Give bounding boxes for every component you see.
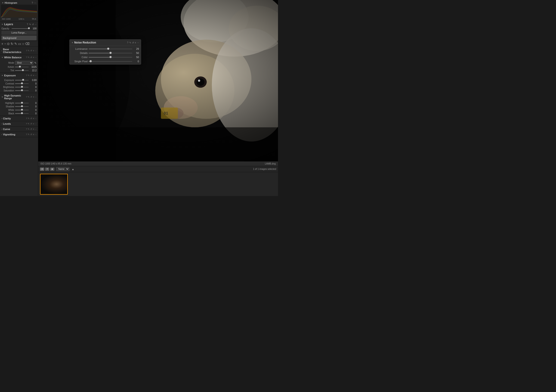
- highlight-track[interactable]: [15, 103, 29, 103]
- levels-icons: ? ✎ ↺ ≡ ···: [26, 123, 37, 125]
- white-balance-header[interactable]: ▼ White Balance ? ✎ ↺ ≡ ···: [0, 55, 38, 60]
- levels-more-icon[interactable]: ···: [35, 123, 37, 125]
- clarity-edit-icon[interactable]: ✎: [28, 117, 30, 120]
- add-layer-icon[interactable]: +: [1, 42, 3, 46]
- brush-layer-icon[interactable]: ✎: [14, 42, 17, 46]
- black-track[interactable]: [15, 113, 29, 114]
- exp-q-icon[interactable]: ?: [26, 74, 27, 77]
- exp-more-icon[interactable]: ···: [35, 74, 37, 77]
- wb-more-icon[interactable]: ···: [35, 56, 37, 59]
- hdr-list-icon[interactable]: ≡: [33, 96, 34, 98]
- kelvin-track[interactable]: [15, 67, 29, 67]
- tint-track[interactable]: [15, 70, 29, 71]
- hdr-q-icon[interactable]: ?: [26, 96, 27, 98]
- wb-pick-icon[interactable]: ✎: [34, 61, 37, 64]
- base-characteristics-header[interactable]: › Base Characteristics ? ✎ ↺ ≡ ···: [0, 47, 38, 55]
- histogram-more-icon[interactable]: ···: [34, 1, 36, 4]
- grid-view-icon[interactable]: ⊞: [40, 168, 44, 171]
- histogram-question-icon[interactable]: ?: [32, 1, 33, 4]
- sort-direction-icon[interactable]: ▲: [72, 168, 74, 171]
- clarity-reset-icon[interactable]: ↺: [30, 117, 32, 120]
- base-edit-icon[interactable]: ✎: [28, 49, 30, 52]
- vignetting-reset-icon[interactable]: ↺: [30, 133, 32, 136]
- vignetting-edit-icon[interactable]: ✎: [28, 133, 30, 136]
- clarity-header[interactable]: › Clarity ? ✎ ↺ ≡ ···: [0, 116, 38, 121]
- levels-edit-icon[interactable]: ✎: [28, 123, 30, 125]
- status-bar: ISO 1000 1/40 s f/5.6 135 mm LAMB.dng: [38, 161, 278, 166]
- wb-list-icon[interactable]: ≡: [33, 56, 34, 59]
- base-q-icon[interactable]: ?: [26, 49, 27, 52]
- luma-range-button[interactable]: Luma Range...: [1, 31, 37, 35]
- layers-edit-icon[interactable]: ✎: [29, 23, 31, 26]
- noise-color-track[interactable]: [89, 57, 132, 58]
- list-view-icon[interactable]: ☰: [45, 168, 49, 171]
- detail-view-icon[interactable]: ▦: [50, 168, 54, 171]
- refresh-layer-icon[interactable]: ↻: [11, 42, 13, 46]
- clarity-section: › Clarity ? ✎ ↺ ≡ ···: [0, 116, 38, 121]
- noise-singlepixel-track[interactable]: [89, 61, 132, 62]
- layers-more-icon[interactable]: ···: [35, 23, 37, 26]
- shadow-track[interactable]: [15, 106, 29, 107]
- white-track[interactable]: [15, 110, 29, 110]
- exp-list-icon[interactable]: ≡: [33, 74, 34, 77]
- clarity-q-icon[interactable]: ?: [26, 117, 27, 120]
- brightness-track[interactable]: [15, 87, 29, 87]
- levels-reset-icon[interactable]: ↺: [30, 123, 32, 125]
- clarity-list-icon[interactable]: ≡: [33, 117, 34, 120]
- base-list-icon[interactable]: ≡: [33, 49, 34, 52]
- contrast-track[interactable]: [15, 83, 29, 84]
- vignetting-header[interactable]: › Vignetting ? ✎ ↺ ≡ ···: [0, 132, 38, 137]
- erase-layer-icon[interactable]: ⌫: [25, 42, 30, 46]
- remove-layer-icon[interactable]: −: [4, 42, 6, 46]
- levels-header[interactable]: › Levels ? ✎ ↺ ≡ ···: [0, 121, 38, 126]
- vignetting-more-icon[interactable]: ···: [35, 133, 37, 136]
- camera-layer-icon[interactable]: ⊙: [7, 42, 10, 46]
- hdr-reset-icon[interactable]: ↺: [30, 96, 32, 98]
- hdr-edit-icon[interactable]: ✎: [28, 96, 30, 98]
- filmstrip-thumbnail[interactable]: [40, 174, 68, 195]
- vignetting-list-icon[interactable]: ≡: [33, 133, 34, 136]
- shadow-thumb: [21, 105, 23, 107]
- curve-q-icon[interactable]: ?: [26, 128, 27, 130]
- noise-q-icon[interactable]: ?: [127, 41, 128, 44]
- circle-layer-icon[interactable]: ○: [22, 42, 24, 46]
- wb-mode-select[interactable]: Shot: [15, 61, 33, 65]
- exposure-track[interactable]: [15, 80, 29, 80]
- levels-list-icon[interactable]: ≡: [33, 123, 34, 125]
- exp-edit-icon[interactable]: ✎: [28, 74, 30, 77]
- curve-reset-icon[interactable]: ↺: [30, 128, 32, 130]
- layers-question-icon[interactable]: ?: [27, 23, 28, 26]
- exp-reset-icon[interactable]: ↺: [30, 74, 32, 77]
- noise-singlepixel-thumb: [90, 60, 92, 62]
- background-item[interactable]: Background: [1, 36, 37, 40]
- curve-header[interactable]: › Curve ? ✎ ↺ ≡ ···: [0, 126, 38, 132]
- noise-header: ▼ Noise Reduction ? ✎ ↺ ≡ ···: [70, 39, 141, 46]
- vignetting-q-icon[interactable]: ?: [26, 133, 27, 136]
- hdr-header[interactable]: ▼ High Dynamic Range ? ✎ ↺ ≡ ···: [0, 93, 38, 101]
- noise-luminance-track[interactable]: [89, 49, 132, 49]
- clarity-more-icon[interactable]: ···: [35, 117, 37, 120]
- curve-edit-icon[interactable]: ✎: [28, 128, 30, 130]
- exposure-header[interactable]: ▼ Exposure ? ✎ ↺ ≡ ···: [0, 73, 38, 78]
- noise-pin-icon[interactable]: ✎: [129, 41, 131, 44]
- curve-more-icon[interactable]: ···: [35, 128, 37, 130]
- base-reset-icon[interactable]: ↺: [30, 49, 32, 52]
- hdr-more-icon[interactable]: ···: [35, 96, 37, 98]
- rect-layer-icon[interactable]: ▭: [18, 42, 21, 46]
- layers-reset-icon[interactable]: ↺: [32, 23, 34, 26]
- sort-select[interactable]: Name: [56, 167, 70, 171]
- white-row: White 0: [0, 108, 38, 112]
- wb-content: Mode Shot ✎ Kelvin 3225 Tint: [0, 60, 38, 73]
- wb-edit-icon[interactable]: ✎: [28, 56, 30, 59]
- levels-q-icon[interactable]: ?: [26, 123, 27, 125]
- opacity-slider[interactable]: [12, 28, 30, 29]
- saturation-track[interactable]: [15, 90, 29, 91]
- noise-more-icon[interactable]: ···: [137, 41, 139, 44]
- wb-reset-icon[interactable]: ↺: [30, 56, 32, 59]
- noise-details-track[interactable]: [89, 53, 132, 54]
- curve-list-icon[interactable]: ≡: [33, 128, 34, 130]
- noise-reset-icon[interactable]: ↺: [132, 41, 134, 44]
- noise-list-icon[interactable]: ≡: [135, 41, 136, 44]
- wb-q-icon[interactable]: ?: [26, 56, 27, 59]
- base-more-icon[interactable]: ···: [35, 49, 37, 52]
